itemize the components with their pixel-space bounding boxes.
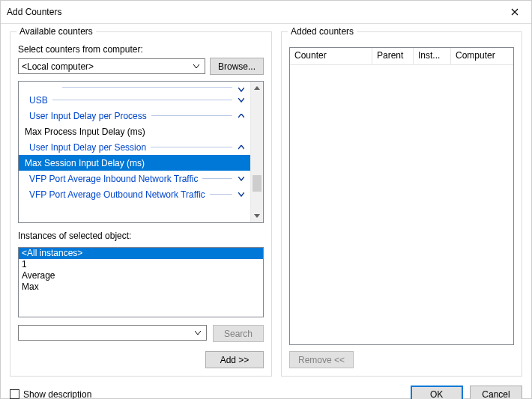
chevron-down-icon bbox=[237, 177, 246, 181]
instances-label: Instances of selected object: bbox=[18, 231, 264, 241]
chevron-up-icon bbox=[237, 114, 246, 118]
added-header: Counter Parent Inst... Computer bbox=[290, 48, 513, 65]
chevron-down-icon bbox=[237, 192, 246, 197]
close-icon bbox=[511, 8, 519, 16]
scroll-thumb[interactable] bbox=[253, 175, 262, 192]
instance-max[interactable]: Max bbox=[19, 281, 263, 293]
scroll-track[interactable] bbox=[251, 94, 263, 210]
counter-category-usb[interactable]: USB bbox=[19, 92, 250, 108]
cancel-button[interactable]: Cancel bbox=[470, 386, 522, 399]
counter-category-udpv6[interactable]: UDPv6 bbox=[19, 82, 250, 92]
add-counters-dialog: Add Counters Available counters Select c… bbox=[0, 0, 532, 399]
columns: Available counters Select counters from … bbox=[10, 31, 522, 377]
computer-row: <Local computer> Browse... bbox=[18, 58, 264, 75]
remove-row: Remove << bbox=[289, 351, 514, 368]
computer-select[interactable]: <Local computer> bbox=[18, 58, 205, 74]
col-counter[interactable]: Counter bbox=[290, 48, 372, 65]
titlebar: Add Counters bbox=[1, 1, 531, 24]
add-button[interactable]: Add >> bbox=[205, 351, 264, 368]
browse-button[interactable]: Browse... bbox=[210, 58, 264, 75]
counter-category-uid-process[interactable]: User Input Delay per Process bbox=[19, 108, 250, 124]
instances-list[interactable]: <All instances> 1 Average Max bbox=[18, 247, 264, 317]
computer-select-value: <Local computer> bbox=[22, 61, 94, 72]
chevron-down-icon bbox=[191, 64, 202, 69]
instance-1[interactable]: 1 bbox=[19, 259, 263, 270]
window-title: Add Counters bbox=[7, 7, 61, 17]
chevron-up-icon bbox=[237, 145, 246, 150]
scroll-down-icon[interactable] bbox=[251, 210, 263, 222]
search-row: Search bbox=[18, 325, 264, 342]
close-button[interactable] bbox=[498, 1, 531, 23]
col-parent[interactable]: Parent bbox=[372, 48, 414, 65]
counter-list-scrollbar[interactable] bbox=[250, 82, 263, 222]
dialog-body: Available counters Select counters from … bbox=[1, 24, 531, 399]
footer-buttons: OK Cancel bbox=[411, 386, 522, 399]
added-table[interactable]: Counter Parent Inst... Computer bbox=[289, 47, 514, 345]
counter-items: UDPv6 USB User Input Delay per Process bbox=[19, 82, 250, 222]
available-counters-group: Available counters Select counters from … bbox=[10, 31, 272, 377]
search-input[interactable] bbox=[18, 325, 207, 341]
show-description-checkbox[interactable]: Show description bbox=[10, 389, 91, 400]
counter-list[interactable]: UDPv6 USB User Input Delay per Process bbox=[18, 81, 264, 223]
counter-category-uid-session[interactable]: User Input Delay per Session bbox=[19, 139, 250, 155]
col-inst[interactable]: Inst... bbox=[414, 48, 451, 65]
added-body bbox=[290, 65, 513, 344]
counter-item-max-process[interactable]: Max Process Input Delay (ms) bbox=[19, 124, 250, 139]
col-computer[interactable]: Computer bbox=[451, 48, 513, 65]
add-row: Add >> bbox=[18, 351, 264, 368]
remove-button[interactable]: Remove << bbox=[289, 351, 354, 368]
search-button[interactable]: Search bbox=[213, 325, 264, 342]
select-computer-label: Select counters from computer: bbox=[18, 44, 264, 55]
ok-button[interactable]: OK bbox=[411, 386, 463, 399]
instance-average[interactable]: Average bbox=[19, 270, 263, 281]
available-legend: Available counters bbox=[16, 26, 96, 37]
instance-all[interactable]: <All instances> bbox=[19, 248, 263, 259]
chevron-down-icon bbox=[193, 331, 203, 335]
added-counters-group: Added counters Counter Parent Inst... Co… bbox=[281, 31, 522, 377]
counter-item-max-session[interactable]: Max Session Input Delay (ms) bbox=[19, 155, 250, 171]
footer: Show description OK Cancel bbox=[10, 386, 522, 399]
counter-category-vfp-out[interactable]: VFP Port Average Outbound Network Traffi… bbox=[19, 186, 250, 202]
added-legend: Added counters bbox=[288, 26, 357, 37]
scroll-up-icon[interactable] bbox=[251, 82, 263, 94]
chevron-down-icon bbox=[237, 98, 246, 103]
checkbox-icon bbox=[10, 389, 19, 399]
counter-category-vfp-in[interactable]: VFP Port Average Inbound Network Traffic bbox=[19, 171, 250, 186]
